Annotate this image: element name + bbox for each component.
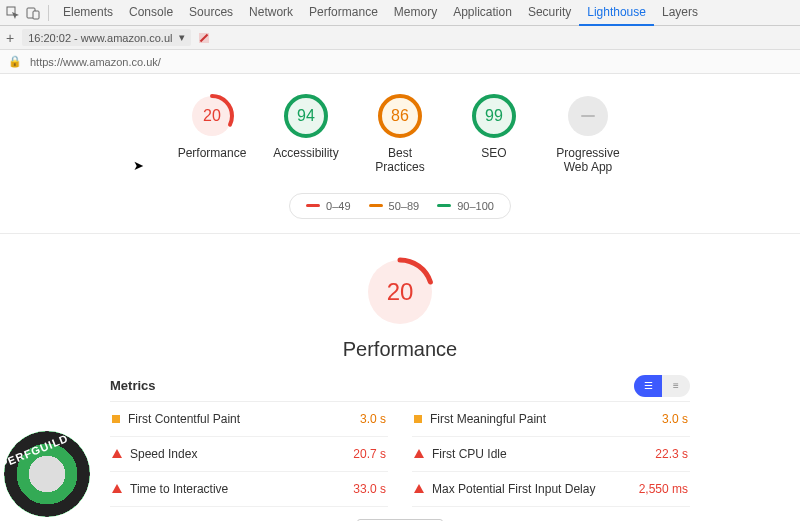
legend-mid: 50–89 bbox=[389, 200, 420, 212]
perfguild-badge bbox=[4, 431, 90, 517]
metrics-heading: Metrics bbox=[110, 378, 156, 393]
legend-bar-low bbox=[306, 204, 320, 207]
legend-bar-mid bbox=[369, 204, 383, 207]
gauge-accessibility[interactable]: 94Accessibility bbox=[271, 92, 341, 175]
gauge-performance[interactable]: 20Performance bbox=[177, 92, 247, 175]
legend-high: 90–100 bbox=[457, 200, 494, 212]
metric-status-icon bbox=[112, 415, 120, 423]
devtools-tab-network[interactable]: Network bbox=[241, 0, 301, 26]
blocked-icon bbox=[199, 33, 209, 43]
devtools-tab-layers[interactable]: Layers bbox=[654, 0, 706, 26]
devtools-tab-sources[interactable]: Sources bbox=[181, 0, 241, 26]
metric-value: 33.0 s bbox=[353, 482, 386, 496]
url-text: https://www.amazon.co.uk/ bbox=[30, 56, 161, 68]
devtools-tab-memory[interactable]: Memory bbox=[386, 0, 445, 26]
gauge-best-practices[interactable]: 86Best Practices bbox=[365, 92, 435, 175]
metrics-header: Metrics ☰ ≡ bbox=[110, 361, 690, 402]
metric-value: 20.7 s bbox=[353, 447, 386, 461]
metric-status-icon bbox=[112, 449, 122, 458]
metric-status-icon bbox=[414, 449, 424, 458]
metric-value: 2,550 ms bbox=[639, 482, 688, 496]
devtools-tabs: ElementsConsoleSourcesNetworkPerformance… bbox=[55, 0, 706, 26]
metric-name: First Meaningful Paint bbox=[430, 412, 546, 426]
metric-value: 3.0 s bbox=[662, 412, 688, 426]
lock-icon: 🔒 bbox=[8, 55, 22, 68]
metric-value: 22.3 s bbox=[655, 447, 688, 461]
lighthouse-tabstrip: + 16:20:02 - www.amazon.co.ul ▾ bbox=[0, 26, 800, 50]
score-gauges: 20Performance94Accessibility86Best Pract… bbox=[0, 92, 800, 175]
summary-section: 20Performance94Accessibility86Best Pract… bbox=[0, 74, 800, 233]
toggle-compact-icon[interactable]: ≡ bbox=[662, 375, 690, 397]
new-report-button[interactable]: + bbox=[6, 30, 14, 46]
devtools-tab-application[interactable]: Application bbox=[445, 0, 520, 26]
performance-section: 20 Performance Metrics ☰ ≡ First Content… bbox=[0, 234, 800, 521]
devtools-tab-security[interactable]: Security bbox=[520, 0, 579, 26]
metric-name: Max Potential First Input Delay bbox=[432, 482, 595, 496]
metric-name: First Contentful Paint bbox=[128, 412, 240, 426]
device-icon[interactable] bbox=[24, 4, 42, 22]
separator bbox=[48, 5, 49, 21]
metric-row: Speed Index20.7 s bbox=[110, 437, 388, 472]
metric-value: 3.0 s bbox=[360, 412, 386, 426]
metric-name: Speed Index bbox=[130, 447, 197, 461]
report-content[interactable]: ➤ 20Performance94Accessibility86Best Pra… bbox=[0, 74, 800, 521]
metric-name: First CPU Idle bbox=[432, 447, 507, 461]
metric-status-icon bbox=[112, 484, 122, 493]
report-tab[interactable]: 16:20:02 - www.amazon.co.ul ▾ bbox=[22, 29, 190, 46]
metric-row: First CPU Idle22.3 s bbox=[412, 437, 690, 472]
metric-row: First Meaningful Paint3.0 s bbox=[412, 402, 690, 437]
devtools-tab-performance[interactable]: Performance bbox=[301, 0, 386, 26]
devtools-tab-elements[interactable]: Elements bbox=[55, 0, 121, 26]
metrics-view-toggle[interactable]: ☰ ≡ bbox=[634, 375, 690, 397]
url-bar: 🔒 https://www.amazon.co.uk/ bbox=[0, 50, 800, 74]
performance-score: 20 bbox=[364, 256, 436, 328]
performance-title: Performance bbox=[0, 338, 800, 361]
performance-gauge: 20 bbox=[364, 256, 436, 328]
metric-name: Time to Interactive bbox=[130, 482, 228, 496]
legend-low: 0–49 bbox=[326, 200, 350, 212]
score-legend: 0–49 50–89 90–100 bbox=[289, 193, 511, 219]
gauge-progressive-web-app[interactable]: Progressive Web App bbox=[553, 92, 623, 175]
report-tab-label: 16:20:02 - www.amazon.co.ul bbox=[28, 32, 172, 44]
metric-status-icon bbox=[414, 484, 424, 493]
metric-row: First Contentful Paint3.0 s bbox=[110, 402, 388, 437]
inspect-icon[interactable] bbox=[4, 4, 22, 22]
devtools-tabbar: ElementsConsoleSourcesNetworkPerformance… bbox=[0, 0, 800, 26]
metric-row: Max Potential First Input Delay2,550 ms bbox=[412, 472, 690, 507]
toggle-descriptive-icon[interactable]: ☰ bbox=[634, 375, 662, 397]
svg-rect-2 bbox=[33, 11, 39, 19]
gauge-seo[interactable]: 99SEO bbox=[459, 92, 529, 175]
metric-status-icon bbox=[414, 415, 422, 423]
devtools-tab-console[interactable]: Console bbox=[121, 0, 181, 26]
legend-bar-high bbox=[437, 204, 451, 207]
dropdown-icon: ▾ bbox=[179, 31, 185, 44]
metrics-grid: First Contentful Paint3.0 sFirst Meaning… bbox=[110, 402, 690, 507]
devtools-tab-lighthouse[interactable]: Lighthouse bbox=[579, 0, 654, 26]
metric-row: Time to Interactive33.0 s bbox=[110, 472, 388, 507]
